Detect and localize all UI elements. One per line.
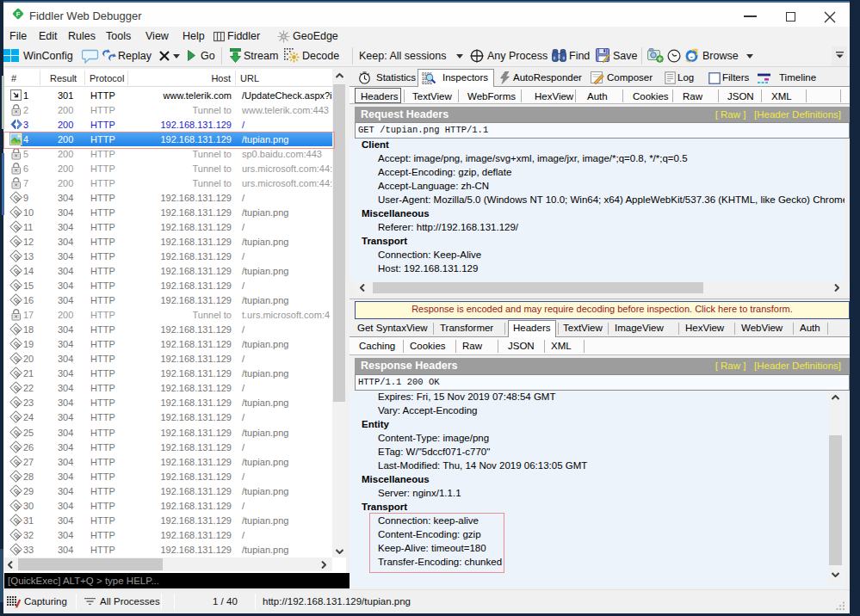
svg-text:0101: 0101	[422, 81, 432, 84]
svg-text:F: F	[16, 10, 21, 18]
